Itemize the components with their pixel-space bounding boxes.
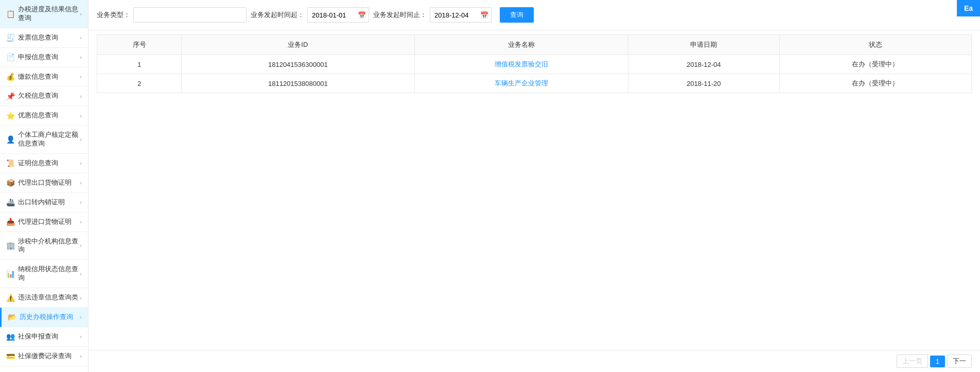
- next-page-button[interactable]: 下一: [947, 355, 972, 368]
- chevron-right-icon: ›: [80, 295, 82, 301]
- pagination: 上一页 1 下一: [89, 350, 980, 372]
- col-status: 状态: [779, 35, 971, 55]
- chevron-right-icon: ›: [80, 242, 82, 249]
- sidebar-item-payment-info[interactable]: 💰 缴款信息查询 ›: [0, 67, 88, 87]
- business-type-filter: 业务类型：: [97, 7, 247, 23]
- sidebar-item-export-inner-cert[interactable]: 🚢 出口转内销证明 ›: [0, 193, 88, 212]
- declaration-info-icon: 📄: [6, 53, 15, 61]
- tax-credit-status-label: 纳税信用状态信息查询: [18, 265, 80, 282]
- chevron-right-icon: ›: [80, 113, 82, 119]
- chevron-right-icon: ›: [80, 271, 82, 277]
- start-date-input[interactable]: [307, 7, 369, 23]
- col-business-id: 业务ID: [182, 35, 415, 55]
- invoice-info-icon: 🧾: [6, 33, 15, 42]
- end-date-input[interactable]: [430, 7, 492, 23]
- start-time-label: 业务发起时间起：: [251, 10, 304, 20]
- sidebar-item-certificate-info[interactable]: 📜 证明信息查询 ›: [0, 154, 88, 173]
- cell-business-name[interactable]: 增值税发票验交旧: [414, 55, 628, 74]
- declaration-info-label: 申报信息查询: [18, 53, 80, 62]
- cell-business-name[interactable]: 车辆生产企业管理: [414, 74, 628, 93]
- invoice-info-label: 发票信息查询: [18, 33, 80, 42]
- sidebar-item-preference-info[interactable]: ⭐ 优惠信息查询 ›: [0, 106, 88, 126]
- chevron-right-icon: ›: [80, 93, 82, 99]
- certificate-info-label: 证明信息查询: [18, 159, 80, 168]
- user-badge[interactable]: Ea: [957, 0, 980, 16]
- violation-info-icon: ⚠️: [6, 294, 15, 302]
- import-goods-cert-label: 代理进口货物证明: [18, 218, 80, 226]
- main-content: 业务类型： 业务发起时间起： 📅 业务发起时间止： 📅 查询 序号 业务I: [89, 0, 980, 372]
- sidebar-item-social-insurance-declaration[interactable]: 👥 社保申报查询 ›: [0, 327, 88, 347]
- chevron-right-icon: ›: [80, 180, 82, 186]
- export-inner-cert-label: 出口转内销证明: [18, 198, 80, 207]
- col-business-name: 业务名称: [414, 35, 628, 55]
- col-apply-date: 申请日期: [628, 35, 779, 55]
- sidebar: 📋 办税进度及结果信息查询 › 🧾 发票信息查询 › 📄 申报信息查询 › 💰 …: [0, 0, 89, 372]
- arrears-info-icon: 📌: [6, 92, 15, 100]
- sidebar-item-violation-info[interactable]: ⚠️ 违法违章信息查询类 ›: [0, 288, 88, 308]
- export-goods-cert-icon: 📦: [6, 179, 15, 187]
- prev-page-button[interactable]: 上一页: [897, 355, 928, 368]
- chevron-right-icon: ›: [80, 160, 82, 166]
- end-time-label: 业务发起时间止：: [373, 10, 427, 20]
- chevron-right-icon: ›: [80, 74, 82, 80]
- cell-seq: 2: [97, 74, 182, 93]
- sidebar-item-invoice-info[interactable]: 🧾 发票信息查询 ›: [0, 28, 88, 48]
- social-insurance-declaration-label: 社保申报查询: [18, 332, 80, 341]
- sidebar-item-tax-intermediary[interactable]: 🏢 涉税中介机构信息查询 ›: [0, 232, 88, 260]
- table-row: 2 1811201538080001 车辆生产企业管理 2018-11-20 在…: [97, 74, 972, 93]
- end-time-filter: 业务发起时间止： 📅: [373, 7, 492, 23]
- filter-bar: 业务类型： 业务发起时间起： 📅 业务发起时间止： 📅 查询: [89, 0, 980, 30]
- sidebar-item-declaration-info[interactable]: 📄 申报信息查询 ›: [0, 48, 88, 67]
- history-tax-ops-label: 历史办税操作查询: [20, 313, 80, 322]
- violation-info-label: 违法违章信息查询类: [18, 293, 80, 302]
- cell-status: 在办（受理中）: [779, 55, 971, 74]
- sidebar-item-individual-quota[interactable]: 👤 个体工商户核定定额信息查询 ›: [0, 126, 88, 154]
- social-insurance-payment-icon: 💳: [6, 352, 15, 360]
- cell-business-id: 1812041536300001: [182, 55, 415, 74]
- certificate-info-icon: 📜: [6, 159, 15, 167]
- cell-apply-date: 2018-12-04: [628, 55, 779, 74]
- individual-quota-icon: 👤: [6, 135, 15, 144]
- sidebar-item-export-goods-cert[interactable]: 📦 代理出口货物证明 ›: [0, 173, 88, 193]
- payment-info-icon: 💰: [6, 73, 15, 81]
- preference-info-icon: ⭐: [6, 112, 15, 120]
- import-goods-cert-icon: 📥: [6, 218, 15, 226]
- sidebar-item-office-progress[interactable]: 📋 办税进度及结果信息查询 ›: [0, 0, 88, 28]
- sidebar-item-history-tax-ops[interactable]: 📂 历史办税操作查询 ›: [0, 308, 88, 327]
- sidebar-item-arrears-info[interactable]: 📌 欠税信息查询 ›: [0, 86, 88, 106]
- social-insurance-payment-label: 社保缴费记录查询: [18, 352, 80, 361]
- sidebar-item-tax-credit-status[interactable]: 📊 纳税信用状态信息查询 ›: [0, 260, 88, 288]
- chevron-right-icon: ›: [80, 11, 82, 17]
- table-header-row: 序号 业务ID 业务名称 申请日期 状态: [97, 35, 972, 55]
- sidebar-item-tax-notice[interactable]: 🔔 税务通知书查询 ›: [0, 366, 88, 372]
- individual-quota-label: 个体工商户核定定额信息查询: [18, 131, 80, 148]
- chevron-right-icon: ›: [80, 34, 82, 41]
- payment-info-label: 缴款信息查询: [18, 73, 80, 81]
- business-type-input[interactable]: [133, 7, 247, 23]
- export-goods-cert-label: 代理出口货物证明: [18, 179, 80, 187]
- chevron-right-icon: ›: [80, 353, 82, 359]
- arrears-info-label: 欠税信息查询: [18, 92, 80, 100]
- cell-seq: 1: [97, 55, 182, 74]
- chevron-right-icon: ›: [80, 314, 82, 320]
- chevron-right-icon: ›: [80, 136, 82, 143]
- col-seq: 序号: [97, 35, 182, 55]
- start-time-filter: 业务发起时间起： 📅: [251, 7, 369, 23]
- tax-intermediary-label: 涉税中介机构信息查询: [18, 237, 80, 255]
- preference-info-label: 优惠信息查询: [18, 111, 80, 120]
- user-label: Ea: [964, 4, 973, 12]
- search-button[interactable]: 查询: [500, 7, 534, 23]
- cell-apply-date: 2018-11-20: [628, 74, 779, 93]
- chevron-right-icon: ›: [80, 219, 82, 225]
- page-1-button[interactable]: 1: [930, 356, 945, 367]
- table-row: 1 1812041536300001 增值税发票验交旧 2018-12-04 在…: [97, 55, 972, 74]
- cell-status: 在办（受理中）: [779, 74, 971, 93]
- start-date-wrap: 📅: [307, 7, 369, 23]
- office-progress-label: 办税进度及结果信息查询: [18, 5, 80, 23]
- chevron-right-icon: ›: [80, 333, 82, 340]
- chevron-right-icon: ›: [80, 54, 82, 60]
- sidebar-item-import-goods-cert[interactable]: 📥 代理进口货物证明 ›: [0, 212, 88, 232]
- social-insurance-declaration-icon: 👥: [6, 332, 15, 341]
- sidebar-item-social-insurance-payment[interactable]: 💳 社保缴费记录查询 ›: [0, 347, 88, 366]
- tax-intermediary-icon: 🏢: [6, 241, 15, 250]
